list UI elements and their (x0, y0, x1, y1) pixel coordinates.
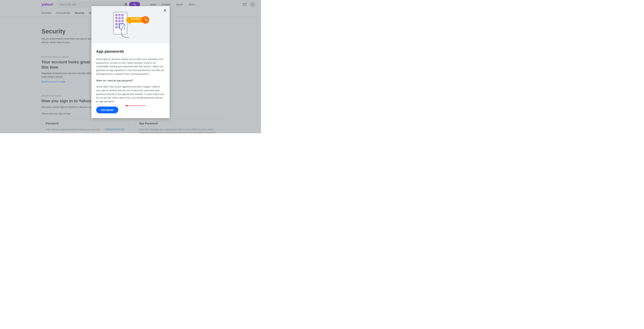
modal-title: App passwords (96, 49, 165, 54)
svg-rect-11 (121, 17, 124, 19)
svg-rect-12 (115, 20, 118, 22)
svg-rect-13 (118, 20, 121, 22)
modal-paragraph-1: Some apps or services require you to ent… (96, 58, 165, 76)
get-started-button[interactable]: Get started (96, 106, 118, 113)
close-icon[interactable] (163, 8, 167, 12)
app-passwords-modal: **** App passwords Some apps or services… (92, 6, 170, 118)
svg-rect-6 (115, 14, 118, 16)
modal-paragraph-2: Some older, less secure apps/services do… (96, 85, 165, 103)
svg-rect-7 (118, 14, 121, 16)
svg-rect-9 (115, 17, 118, 19)
svg-rect-15 (115, 23, 118, 25)
svg-rect-8 (121, 14, 124, 16)
svg-rect-14 (121, 20, 124, 22)
svg-text:****: **** (131, 17, 140, 22)
svg-rect-18 (115, 26, 118, 28)
modal-illustration: **** (92, 6, 170, 44)
modal-question: When do I need an app password? (96, 79, 165, 82)
svg-rect-10 (118, 17, 121, 19)
